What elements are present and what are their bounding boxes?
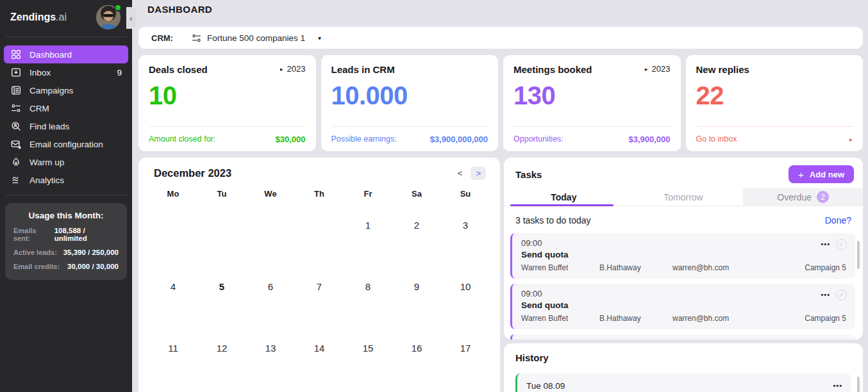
calendar-day-4[interactable]: 4: [149, 272, 197, 334]
plus-icon: +: [798, 169, 804, 180]
calendar-day-6[interactable]: 6: [246, 272, 295, 334]
usage-row-leads: Active leads: 35,390 / 250,000: [13, 249, 119, 256]
calendar-day-9[interactable]: 9: [392, 272, 441, 334]
caret-right-icon: ▸: [645, 66, 648, 72]
flame-icon: [10, 156, 22, 168]
calendar-day-15[interactable]: 15: [344, 334, 392, 392]
task-complete-icon[interactable]: ✓: [836, 290, 847, 300]
tab-label: Tomorrow: [664, 192, 703, 202]
tab-today[interactable]: Today: [504, 188, 624, 206]
logo-brand: Zendings: [10, 12, 56, 22]
calendar-next-button[interactable]: >: [471, 167, 486, 180]
tasks-scrollbar[interactable]: [857, 241, 860, 269]
calendar-day-5[interactable]: 5: [197, 272, 246, 334]
crm-selector-bar[interactable]: CRM: Fortune 500 companies 1 ▾: [138, 27, 863, 49]
calendar-day-3[interactable]: 3: [441, 211, 490, 272]
task-item-partial[interactable]: [510, 334, 855, 339]
sidebar-item-find-leads[interactable]: Find leads: [4, 117, 128, 135]
user-avatar[interactable]: [96, 5, 121, 29]
sidebar-item-warm-up[interactable]: Warm up: [4, 153, 128, 171]
logo-suffix: .ai: [56, 12, 67, 22]
campaigns-list-icon: [10, 85, 22, 96]
footer-value: $3,900,000,000: [430, 135, 488, 144]
year-selector[interactable]: ▸ 2023: [280, 64, 305, 74]
calendar-day-13[interactable]: 13: [246, 334, 295, 392]
footer-label: Opportunities:: [513, 135, 563, 143]
sidebar-item-email-configuration[interactable]: Email configuration: [4, 135, 128, 153]
calendar-day-2[interactable]: 2: [392, 211, 441, 272]
nav-label: Email configuration: [29, 140, 103, 149]
crm-sliders-icon: [191, 33, 202, 44]
crm-selected-value: Fortune 500 companies 1: [207, 33, 305, 43]
calendar-day-10[interactable]: 10: [441, 272, 490, 334]
search-leads-icon: [10, 120, 22, 132]
task-menu-icon[interactable]: •••: [821, 241, 830, 248]
card-title: New replies: [696, 64, 749, 75]
card-title: Meetings booked: [513, 64, 592, 75]
add-new-label: Add new: [810, 170, 844, 179]
sidebar-item-campaigns[interactable]: Campaigns: [4, 81, 128, 99]
year-selector[interactable]: ▸ 2023: [645, 64, 670, 74]
usage-label: Active leads:: [13, 249, 57, 256]
inbox-icon: [10, 67, 22, 78]
page-title: DASHBOARD: [147, 4, 212, 15]
task-contact: Warren Buffet: [521, 314, 599, 323]
sidebar-item-dashboard[interactable]: Dashboard: [4, 45, 128, 63]
calendar-day-12[interactable]: 12: [197, 334, 246, 392]
sidebar-item-crm[interactable]: CRM: [4, 99, 128, 117]
caret-right-icon: ▸: [280, 66, 283, 72]
logo-row: Zendings.ai: [0, 0, 132, 33]
nav-label: Dashboard: [29, 50, 72, 60]
calendar-day-1[interactable]: 1: [344, 211, 392, 272]
nav-label: Warm up: [29, 158, 64, 167]
sidebar: Zendings.ai: [0, 0, 132, 392]
calendar-day-16[interactable]: 16: [392, 334, 441, 392]
calendar-day-11[interactable]: 11: [149, 334, 197, 392]
tab-label: Today: [551, 192, 576, 202]
task-email: warren@bh.com: [672, 263, 805, 272]
calendar-day-header: Fr: [344, 189, 392, 211]
calendar-day-header: Sa: [392, 189, 441, 211]
usage-value: 30,000 / 30,000: [67, 263, 119, 270]
usage-label: Email credits:: [13, 263, 60, 270]
meetings-booked-value: 130: [513, 83, 671, 108]
go-to-inbox-link[interactable]: Go to inbox: [696, 135, 737, 143]
calendar-prev-button[interactable]: <: [453, 167, 467, 179]
task-menu-icon[interactable]: •••: [821, 291, 830, 298]
tab-label: Overdue: [777, 192, 812, 202]
sidebar-item-analytics[interactable]: Analytics: [4, 171, 128, 189]
task-item[interactable]: 09:00 Send quota Warren Buffet B.Hathawa…: [510, 233, 855, 279]
calendar-day-8[interactable]: 8: [344, 272, 392, 334]
online-status-dot: [114, 4, 122, 12]
calendar-day-14[interactable]: 14: [295, 334, 344, 392]
add-new-task-button[interactable]: + Add new: [789, 165, 854, 183]
calendar-day-17[interactable]: 17: [441, 334, 490, 392]
nav-label: Inbox: [29, 68, 51, 78]
calendar-empty-cell: [246, 211, 295, 272]
deals-closed-value: 10: [149, 83, 306, 108]
calendar-month-title: December 2023: [154, 167, 231, 179]
history-item[interactable]: Tue 08.09 •••: [515, 373, 851, 392]
usage-row-credits: Email credits: 30,000 / 30,000: [13, 263, 119, 270]
task-title: Send quota: [521, 300, 846, 310]
tab-overdue[interactable]: Overdue 2: [743, 188, 863, 206]
nav-label: Analytics: [29, 176, 64, 185]
inbox-count-badge: 9: [117, 68, 122, 78]
dashboard-screen: Zendings.ai: [0, 0, 868, 392]
footer-label: Amount closed for:: [149, 135, 215, 143]
calendar-card: December 2023 < > MoTuWeThFrSaSu12345678…: [138, 158, 500, 392]
usage-label: Emails sent:: [13, 227, 54, 242]
task-complete-icon[interactable]: ✓: [836, 239, 847, 250]
calendar-day-7[interactable]: 7: [295, 272, 344, 334]
history-menu-icon[interactable]: •••: [833, 382, 842, 389]
crm-sliders-icon: [10, 102, 22, 114]
usage-value: 108,588 / unlimited: [54, 227, 119, 242]
calendar-empty-cell: [295, 211, 344, 272]
history-scrollbar[interactable]: [857, 377, 860, 392]
task-item[interactable]: 09:00 Send quota Warren Buffet B.Hathawa…: [510, 284, 855, 329]
done-link[interactable]: Done?: [825, 215, 851, 225]
sidebar-collapse-toggle[interactable]: ‹: [126, 7, 136, 29]
task-campaign: Campaign 5: [805, 314, 846, 323]
tab-tomorrow[interactable]: Tomorrow: [624, 188, 744, 206]
sidebar-item-inbox[interactable]: Inbox 9: [4, 63, 128, 81]
